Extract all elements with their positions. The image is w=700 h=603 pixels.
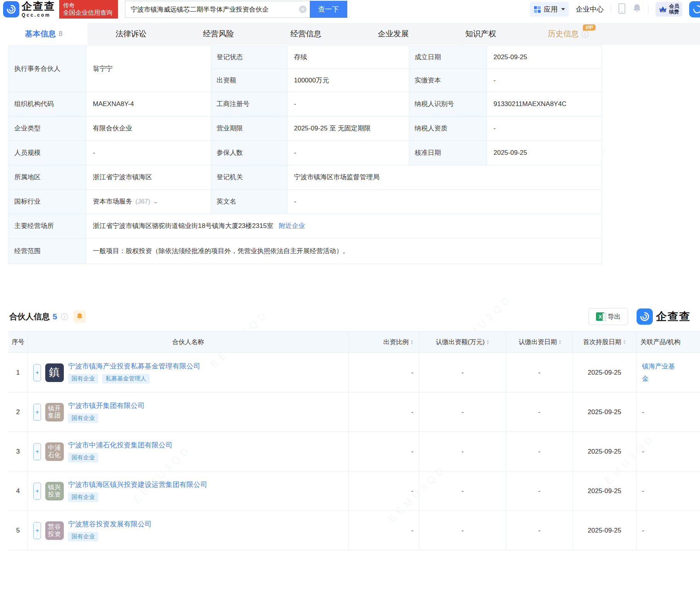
tab-operation-info[interactable]: 经营信息	[262, 23, 350, 45]
field-label-paid-capital: 实缴资本	[409, 69, 487, 92]
industry-code: (J67)	[135, 197, 150, 206]
tag-state-owned[interactable]: 国有企业	[68, 374, 98, 384]
field-value-industry[interactable]: 资本市场服务 (J67) ⌄	[86, 190, 211, 214]
nearby-companies-link[interactable]: 附近企业	[279, 221, 305, 231]
expand-row-button[interactable]: ＋	[33, 522, 41, 539]
field-label-address: 主要经营场所	[9, 214, 86, 238]
row-index: 5	[9, 511, 28, 550]
field-value-english-name: -	[287, 190, 602, 214]
tab-legal-litigation[interactable]: 法律诉讼	[87, 23, 175, 45]
partner-name-link[interactable]: 宁波慧谷投资发展有限公司	[68, 519, 152, 529]
search-button[interactable]: 查一下	[310, 1, 347, 18]
partner-row: ＋ 慧谷投资 宁波慧谷投资发展有限公司 国有企业	[28, 511, 349, 550]
cell-related: -	[637, 511, 700, 550]
tab-operation-risk[interactable]: 经营风险	[175, 23, 262, 45]
cell-amount: -	[419, 353, 506, 392]
notification-bell-icon[interactable]	[633, 3, 641, 15]
subscribe-bell-button[interactable]	[73, 310, 86, 323]
chevron-down-icon	[561, 8, 565, 10]
col-header-related: 关联产品/机构	[637, 332, 700, 353]
cell-amount: -	[419, 392, 506, 432]
cell-related: 镇海产业基金	[637, 353, 700, 392]
partner-name-link[interactable]: 宁波市镇开集团有限公司	[68, 401, 145, 410]
tab-company-development[interactable]: 企业发展	[350, 23, 437, 45]
member-renew-button[interactable]: 会员 续费	[656, 2, 682, 17]
apps-menu[interactable]: 应用	[530, 2, 569, 17]
cell-first-date: 2025-09-25	[573, 471, 637, 511]
sort-icon[interactable]: ▲▼	[410, 339, 413, 345]
tag-state-owned[interactable]: 国有企业	[68, 413, 98, 423]
export-button[interactable]: X 导出	[589, 308, 628, 325]
field-label-taxpayer-id: 纳税人识别号	[409, 92, 487, 116]
field-label-exec-partner: 执行事务合伙人	[9, 46, 86, 92]
tab-history-info[interactable]: 历史信息 i VIP	[524, 23, 612, 45]
promo-badge[interactable]: 传奇 全国企业信用查询	[59, 0, 118, 19]
partner-name-link[interactable]: 宁波市镇海区镇兴投资建设运营集团有限公司	[68, 480, 207, 489]
partner-logo: 镇开集团	[45, 403, 64, 421]
mobile-phone-icon[interactable]	[618, 3, 626, 15]
field-label-company-type: 企业类型	[9, 116, 86, 141]
field-value-reg-status: 存续	[287, 46, 409, 69]
col-header-sub-date[interactable]: 认缴出资日期▲▼	[506, 332, 573, 353]
top-nav: 应用 企业中心 会员 续费	[530, 1, 700, 17]
expand-row-button[interactable]: ＋	[33, 404, 41, 421]
top-bar: 企查查 Qcc.com 传奇 全国企业信用查询 宁波市镇海威远镇芯二期半导体产业…	[0, 0, 700, 19]
cell-first-date: 2025-09-25	[573, 353, 637, 392]
tag-state-owned[interactable]: 国有企业	[68, 532, 98, 541]
tag-state-owned[interactable]: 国有企业	[68, 492, 98, 502]
field-value-exec-partner: 翁宁宁	[86, 46, 211, 92]
sort-icon[interactable]: ▲▼	[558, 339, 562, 345]
tag-fund-manager[interactable]: 私募基金管理人	[102, 374, 150, 384]
cell-ratio: -	[349, 432, 419, 471]
search-input[interactable]: 宁波市镇海威远镇芯二期半导体产业投资合伙企 ✕	[125, 1, 310, 18]
field-label-industry: 国标行业	[9, 190, 86, 214]
col-header-first-date[interactable]: 首次持股日期▲▼	[573, 332, 637, 353]
field-value-address: 浙江省宁波市镇海区骆驼街道锦业街18号镇海大厦23楼2315室 附近企业	[86, 214, 602, 238]
clear-search-icon[interactable]: ✕	[299, 5, 307, 13]
col-header-amount[interactable]: 认缴出资额(万元)▲▼	[419, 332, 506, 353]
expand-row-button[interactable]: ＋	[33, 364, 41, 381]
field-label-capital: 出资额	[211, 69, 287, 92]
corner-app-icon[interactable]	[689, 1, 700, 17]
partner-logo: 鎮	[45, 363, 64, 382]
tab-bar: 基本信息 8 法律诉讼 经营风险 经营信息 企业发展 知识产权 历史信息 i V…	[0, 23, 700, 45]
cell-amount: -	[419, 511, 506, 550]
expand-row-button[interactable]: ＋	[33, 483, 41, 500]
chevron-down-icon[interactable]: ⌄	[152, 198, 159, 205]
enterprise-center-link[interactable]: 企业中心	[576, 5, 604, 14]
field-label-region: 所属地区	[9, 165, 86, 190]
expand-row-button[interactable]: ＋	[33, 443, 41, 460]
field-value-company-type: 有限合伙企业	[86, 116, 211, 141]
field-value-capital: 100000万元	[287, 69, 409, 92]
partner-name-link[interactable]: 宁波市中浦石化投资集团有限公司	[68, 440, 172, 450]
tab-basic-info[interactable]: 基本信息 8	[0, 23, 87, 45]
cell-first-date: 2025-09-25	[573, 432, 637, 471]
vip-badge: VIP	[583, 24, 596, 31]
field-label-reg-status: 登记状态	[211, 46, 287, 69]
field-value-taxpayer-qual: -	[487, 116, 602, 141]
sort-icon[interactable]: ▲▼	[486, 339, 489, 345]
field-value-org-code: MAEXNA8Y-4	[86, 92, 211, 116]
brand-name: 企查查	[22, 1, 55, 12]
field-label-est-date: 成立日期	[409, 46, 487, 69]
cell-related: -	[637, 432, 700, 471]
info-icon[interactable]: i	[61, 313, 68, 320]
row-index: 2	[9, 392, 28, 432]
tab-count: 8	[58, 30, 62, 38]
col-header-partner-name: 合伙人名称	[28, 332, 349, 353]
partner-row: ＋ 中浦石化 宁波市中浦石化投资集团有限公司 国有企业	[28, 432, 349, 471]
qcc-logo[interactable]: 企查查 Qcc.com	[0, 1, 55, 17]
row-index: 4	[9, 471, 28, 511]
cell-ratio: -	[349, 511, 419, 550]
field-label-english-name: 英文名	[211, 190, 287, 214]
related-fund-link[interactable]: 镇海产业基金	[642, 360, 679, 385]
field-value-biz-term: 2025-09-25 至 无固定期限	[287, 116, 409, 141]
field-label-staff-size: 人员规模	[9, 141, 86, 165]
partner-name-link[interactable]: 宁波市镇海产业投资私募基金管理有限公司	[68, 361, 200, 371]
sort-icon[interactable]: ▲▼	[623, 339, 626, 345]
tab-intellectual-property[interactable]: 知识产权	[437, 23, 524, 45]
field-label-approval-date: 核准日期	[409, 141, 487, 165]
cell-sub-date: -	[506, 392, 573, 432]
col-header-ratio[interactable]: 出资比例▲▼	[349, 332, 419, 353]
tag-state-owned[interactable]: 国有企业	[68, 453, 98, 463]
